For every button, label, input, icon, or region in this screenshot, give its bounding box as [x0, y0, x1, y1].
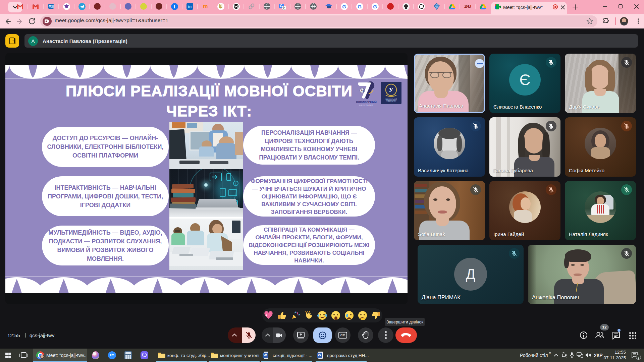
svg-text:У: У	[389, 86, 393, 94]
svg-text:М: М	[361, 88, 364, 93]
